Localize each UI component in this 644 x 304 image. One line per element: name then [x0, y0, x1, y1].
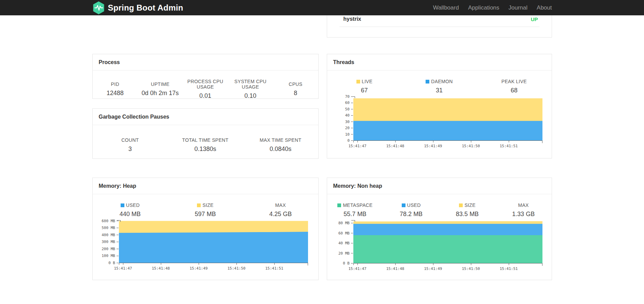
- svg-text:40 MB: 40 MB: [338, 241, 349, 245]
- svg-text:15:41:49: 15:41:49: [189, 266, 208, 271]
- svg-text:15:41:50: 15:41:50: [462, 267, 480, 271]
- threads-card: Threads LIVE 67: [327, 54, 552, 158]
- metric-threads-live: LIVE 67: [327, 79, 402, 94]
- metric-label: PEAK LIVE: [477, 79, 552, 84]
- svg-text:15:41:47: 15:41:47: [114, 266, 132, 271]
- legend-swatch-metaspace: [337, 203, 341, 207]
- metric-value: 0d 0h 2m 17s: [138, 89, 183, 97]
- svg-text:50: 50: [345, 107, 349, 111]
- metric-threads-peak: PEAK LIVE 68: [477, 79, 552, 94]
- svg-text:15:41:51: 15:41:51: [500, 144, 518, 148]
- card-title: Memory: Heap: [99, 183, 136, 189]
- svg-text:15:41:49: 15:41:49: [424, 144, 442, 148]
- metric-value: 31: [402, 87, 477, 94]
- metric-value: 67: [327, 87, 402, 94]
- metric-value: 78.2 MB: [383, 210, 439, 218]
- metric-value: 1.33 GB: [495, 210, 552, 218]
- metric-label: PROCESS CPU USAGE: [183, 79, 228, 90]
- svg-text:40: 40: [345, 113, 349, 118]
- svg-text:15:41:48: 15:41:48: [386, 144, 404, 148]
- metric-value: 0.0840s: [243, 145, 318, 153]
- metric-label: UPTIME: [138, 81, 183, 87]
- legend-swatch-size: [197, 203, 201, 207]
- metric-label: COUNT: [93, 137, 168, 143]
- svg-text:15:41:51: 15:41:51: [500, 267, 518, 271]
- svg-text:15:41:48: 15:41:48: [386, 267, 404, 271]
- nav-item-wallboard[interactable]: Wallboard: [433, 4, 459, 11]
- metric-gc-total-time: TOTAL TIME SPENT 0.1380s: [168, 137, 243, 153]
- metric-label: CPUS: [273, 81, 318, 87]
- metric-label: USED: [383, 202, 439, 208]
- memory-nonheap-card: Memory: Non heap METASPACE 55.7 MB: [327, 178, 552, 280]
- nav-links: Wallboard Applications Journal About: [433, 4, 552, 11]
- metric-pid: PID 12488: [93, 79, 138, 100]
- legend-swatch-daemon: [426, 80, 429, 83]
- metric-value: 0.1380s: [168, 145, 243, 153]
- svg-text:600 MB: 600 MB: [102, 219, 115, 223]
- svg-text:300 MB: 300 MB: [102, 240, 115, 244]
- metric-system-cpu: SYSTEM CPU USAGE 0.10: [228, 79, 273, 100]
- metric-value: 440 MB: [93, 210, 168, 218]
- metric-label: MAX TIME SPENT: [243, 137, 318, 143]
- nav-item-journal[interactable]: Journal: [508, 4, 527, 11]
- brand-link[interactable]: Spring Boot Admin: [92, 1, 183, 15]
- threads-chart: 15:41:4715:41:4815:41:4915:41:5015:41:51…: [327, 94, 551, 151]
- card-title: Process: [99, 59, 120, 65]
- metric-value: 12488: [93, 89, 138, 97]
- svg-text:500 MB: 500 MB: [102, 226, 115, 230]
- navbar: Spring Boot Admin Wallboard Applications…: [0, 0, 644, 15]
- metric-label: MAX: [243, 202, 318, 208]
- svg-text:0: 0: [347, 138, 350, 143]
- metric-heap-size: SIZE 597 MB: [168, 202, 243, 218]
- process-card: Process PID 12488 UPTIME 0d 0h 2m 17s PR…: [92, 54, 319, 99]
- metric-nonheap-used: USED 78.2 MB: [383, 202, 439, 218]
- svg-text:30: 30: [345, 120, 349, 124]
- svg-text:15:41:48: 15:41:48: [152, 266, 170, 271]
- svg-text:15:41:47: 15:41:47: [348, 267, 366, 271]
- metric-label: SIZE: [168, 202, 243, 208]
- metric-nonheap-metaspace: METASPACE 55.7 MB: [327, 202, 383, 218]
- brand-title: Spring Boot Admin: [108, 3, 183, 13]
- svg-text:20: 20: [345, 126, 349, 130]
- svg-text:60: 60: [345, 101, 349, 105]
- metric-value: 8: [273, 89, 318, 97]
- metric-value: 3: [93, 145, 168, 153]
- metric-uptime: UPTIME 0d 0h 2m 17s: [138, 79, 183, 100]
- svg-text:15:41:47: 15:41:47: [348, 144, 366, 148]
- metric-label: MAX: [495, 202, 552, 208]
- metric-value: 0.10: [228, 92, 273, 100]
- nav-item-about[interactable]: About: [537, 4, 552, 11]
- metric-nonheap-size: SIZE 83.5 MB: [439, 202, 495, 218]
- application-name: hystrix: [343, 16, 361, 22]
- legend-swatch-live: [356, 80, 360, 83]
- metric-value: 597 MB: [168, 210, 243, 218]
- svg-text:100 MB: 100 MB: [102, 254, 115, 258]
- metric-gc-max-time: MAX TIME SPENT 0.0840s: [243, 137, 318, 153]
- metric-nonheap-max: MAX 1.33 GB: [495, 202, 552, 218]
- metric-label: DAEMON: [402, 79, 477, 84]
- svg-text:0 B: 0 B: [108, 261, 115, 265]
- metric-label: SIZE: [439, 202, 495, 208]
- card-title: Memory: Non heap: [333, 183, 382, 189]
- metric-label: LIVE: [327, 79, 402, 84]
- status-badge: UP: [531, 16, 538, 22]
- svg-text:70: 70: [345, 94, 349, 99]
- metric-label: METASPACE: [327, 202, 383, 208]
- svg-text:15:41:50: 15:41:50: [462, 144, 480, 148]
- legend-swatch-size: [459, 203, 463, 207]
- metric-label: PID: [93, 81, 138, 87]
- metric-label: SYSTEM CPU USAGE: [228, 79, 273, 90]
- metric-process-cpu: PROCESS CPU USAGE 0.01: [183, 79, 228, 100]
- svg-text:400 MB: 400 MB: [102, 233, 115, 237]
- metric-label: USED: [93, 202, 168, 208]
- metric-cpus: CPUS 8: [273, 79, 318, 100]
- card-title: Threads: [333, 59, 354, 65]
- nav-item-applications[interactable]: Applications: [468, 4, 500, 11]
- svg-text:80 MB: 80 MB: [338, 221, 349, 225]
- svg-text:10: 10: [345, 132, 349, 137]
- metric-value: 55.7 MB: [327, 210, 383, 218]
- metric-value: 83.5 MB: [439, 210, 495, 218]
- metric-heap-max: MAX 4.25 GB: [243, 202, 318, 218]
- svg-text:15:41:51: 15:41:51: [265, 266, 283, 271]
- pulse-hexagon-logo-icon: [92, 1, 105, 15]
